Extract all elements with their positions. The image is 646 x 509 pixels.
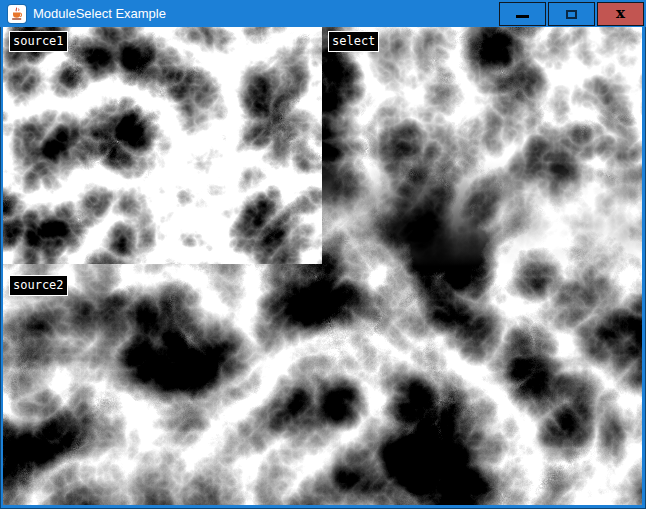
app-window: ModuleSelect Example x <box>0 0 646 509</box>
window-title: ModuleSelect Example <box>33 0 166 27</box>
window-controls: x <box>497 2 644 26</box>
close-button[interactable]: x <box>597 2 644 26</box>
source1-noise-image <box>3 27 322 264</box>
maximize-icon <box>566 10 577 19</box>
maximize-button[interactable] <box>548 2 595 26</box>
label-select: select <box>328 31 379 52</box>
label-source1: source1 <box>9 31 68 52</box>
minimize-button[interactable] <box>499 2 546 26</box>
source1-layer <box>3 27 322 264</box>
title-bar[interactable]: ModuleSelect Example x <box>0 0 646 27</box>
minimize-icon <box>516 15 529 18</box>
close-icon: x <box>616 6 625 21</box>
label-source2: source2 <box>9 275 68 296</box>
noise-viewport: source1 select source2 <box>3 27 642 505</box>
java-coffee-cup-icon <box>8 5 26 23</box>
